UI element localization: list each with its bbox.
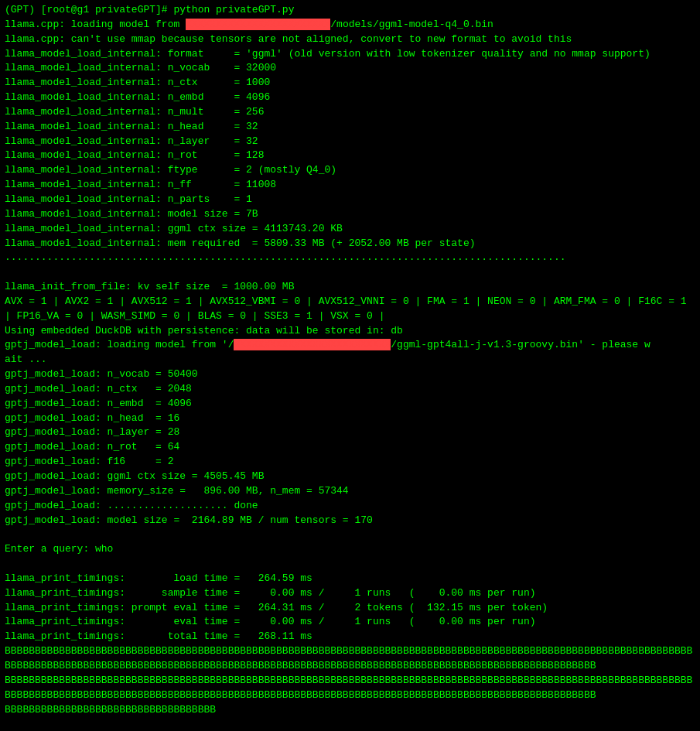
terminal-line: llama_model_load_internal: format = 'ggm…	[5, 47, 695, 62]
terminal-line: llama_model_load_internal: n_embd = 4096	[5, 91, 695, 105]
terminal-line: gptj_model_load: n_rot = 64	[5, 440, 695, 455]
terminal-line: (GPT) [root@g1 privateGPT]# python priva…	[5, 3, 695, 18]
terminal-line: gptj_model_load: n_layer = 28	[5, 425, 695, 440]
blank-line	[5, 265, 695, 280]
terminal-line: llama_model_load_internal: n_rot = 128	[5, 149, 695, 163]
redacted-path: XXXXXXXXXXXXXXXXXXXXXXXX	[186, 19, 330, 30]
terminal-line: llama_print_timings: eval time = 0.00 ms…	[5, 615, 695, 630]
terminal-line: llama_model_load_internal: model size = …	[5, 207, 695, 222]
terminal-line: AVX = 1 | AVX2 = 1 | AVX512 = 1 | AVX512…	[5, 295, 695, 324]
terminal-line: gptj_model_load: n_head = 16	[5, 412, 695, 426]
terminal-line: gptj_model_load: f16 = 2	[5, 455, 695, 470]
terminal-line: gptj_model_load: n_ctx = 2048	[5, 382, 695, 397]
terminal-line: llama_init_from_file: kv self size = 100…	[5, 280, 695, 295]
terminal-line: Using embedded DuckDB with persistence: …	[5, 324, 695, 339]
terminal-line: ........................................…	[5, 251, 695, 265]
terminal-line: llama_model_load_internal: n_ff = 11008	[5, 178, 695, 193]
blank-line	[5, 528, 695, 542]
terminal-line: BBBBBBBBBBBBBBBBBBBBBBBBBBBBBBBBBBB	[5, 703, 695, 718]
terminal-line: gptj_model_load: model size = 2164.89 MB…	[5, 514, 695, 528]
terminal-line: llama_print_timings: sample time = 0.00 …	[5, 586, 695, 601]
terminal-line: llama.cpp: can't use mmap because tensor…	[5, 32, 695, 47]
terminal-line: ait ...	[5, 353, 695, 367]
terminal-line: llama_model_load_internal: n_layer = 32	[5, 135, 695, 149]
terminal-line: llama.cpp: loading model from XXXXXXXXXX…	[5, 18, 695, 32]
terminal-line: gptj_model_load: memory_size = 896.00 MB…	[5, 484, 695, 499]
redacted-path: XXXXXXXXXXXXXXXXXXXXXXXXXX	[234, 339, 391, 350]
terminal-line: llama_print_timings: total time = 268.11…	[5, 630, 695, 644]
blank-line	[5, 717, 695, 731]
terminal-line: gptj_model_load: .................... do…	[5, 499, 695, 514]
terminal-line: llama_print_timings: prompt eval time = …	[5, 601, 695, 616]
terminal-line: llama_model_load_internal: ftype = 2 (mo…	[5, 163, 695, 178]
terminal-line: llama_model_load_internal: n_ctx = 1000	[5, 76, 695, 91]
terminal-line: llama_model_load_internal: n_mult = 256	[5, 105, 695, 120]
terminal-line: gptj_model_load: ggml ctx size = 4505.45…	[5, 470, 695, 484]
terminal-line: gptj_model_load: loading model from '/XX…	[5, 338, 695, 353]
terminal-line: BBBBBBBBBBBBBBBBBBBBBBBBBBBBBBBBBBBBBBBB…	[5, 674, 695, 703]
terminal-line: llama_model_load_internal: mem required …	[5, 237, 695, 251]
terminal-line: llama_model_load_internal: n_parts = 1	[5, 193, 695, 207]
blank-line	[5, 557, 695, 572]
terminal-line: llama_model_load_internal: n_vocab = 320…	[5, 61, 695, 76]
terminal-line: gptj_model_load: n_vocab = 50400	[5, 367, 695, 382]
terminal-line: llama_model_load_internal: n_head = 32	[5, 120, 695, 135]
terminal-line: Enter a query: who	[5, 542, 695, 557]
terminal-line: llama_print_timings: load time = 264.59 …	[5, 572, 695, 586]
terminal-line: llama_model_load_internal: ggml ctx size…	[5, 222, 695, 237]
terminal-line: gptj_model_load: n_embd = 4096	[5, 397, 695, 412]
terminal-line: BBBBBBBBBBBBBBBBBBBBBBBBBBBBBBBBBBBBBBBB…	[5, 644, 695, 674]
terminal-window: (GPT) [root@g1 privateGPT]# python priva…	[0, 0, 700, 731]
